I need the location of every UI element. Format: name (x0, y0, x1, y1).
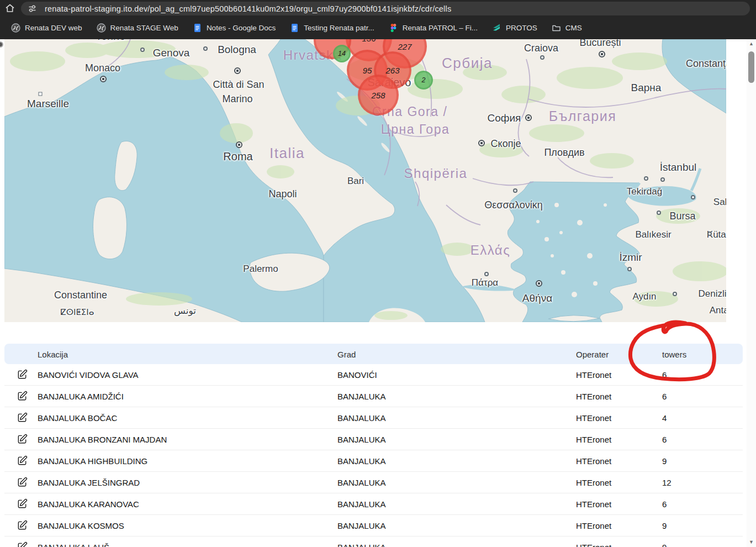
cell-grad: BANJALUKA (337, 478, 386, 487)
cell-lokacija: BANJALUKA BRONZANI MAJDAN (38, 435, 167, 444)
page: renata-patrol-staging.ito.dev/pol_ag_cml… (0, 0, 756, 547)
map-cluster-marker[interactable]: 2 (414, 71, 433, 90)
address-bar[interactable]: renata-patrol-staging.ito.dev/pol_ag_cml… (21, 2, 750, 15)
cell-towers: 6 (662, 370, 667, 380)
bookmark-cms[interactable]: CMS (552, 23, 582, 33)
cell-lokacija: BANJALUKA LAUŠ (38, 543, 109, 547)
bookmark-renata-stage-web[interactable]: Renata STAGE Web (97, 23, 178, 33)
globe-swirl-icon (97, 23, 106, 33)
cell-operater: HTEronet (576, 370, 611, 380)
folder-icon (552, 23, 561, 33)
bookmark-renata-patrol-figma[interactable]: Renata PATROL – Fi... (389, 23, 478, 33)
cell-operater: HTEronet (576, 413, 611, 423)
cell-lokacija: BANJALUKA KOSMOS (38, 521, 124, 530)
table-row: BANOVIĆI VIDOVA GLAVA BANOVIĆI HTEronet … (4, 364, 743, 386)
cell-lokacija: BANJALUKA KARANOVAC (38, 499, 139, 509)
bookmark-label: Renata STAGE Web (110, 24, 178, 32)
protos-flag-icon (492, 23, 501, 33)
cell-operater: HTEronet (576, 499, 611, 509)
cell-lokacija: BANOVIĆI VIDOVA GLAVA (38, 370, 139, 380)
cell-operater: HTEronet (576, 392, 611, 401)
cell-lokacija: BANJALUKA JELŠINGRAD (38, 478, 140, 487)
bookmark-label: Testing Renata patr... (304, 24, 374, 32)
cell-grad: BANJALUKA (337, 456, 386, 466)
cell-towers: 4 (662, 413, 667, 423)
table-row: BANJALUKA BRONZANI MAJDAN BANJALUKA HTEr… (4, 429, 743, 450)
cell-towers: 9 (662, 543, 667, 547)
bookmark-protos[interactable]: PROTOS (492, 23, 537, 33)
map-cluster-marker[interactable]: 258 (358, 75, 399, 115)
table-row: BANJALUKA KARANOVAC BANJALUKA HTEronet 6 (4, 493, 743, 515)
cell-grad: BANJALUKA (337, 392, 386, 401)
scrollbar-up-icon[interactable]: ▲ (747, 40, 756, 48)
table-header: Lokacija Grad Operater towers (4, 344, 743, 364)
cell-towers: 12 (662, 478, 672, 487)
edit-icon[interactable] (17, 412, 28, 423)
cell-towers: 6 (662, 435, 667, 444)
browser-chrome: renata-patrol-staging.ito.dev/pol_ag_cml… (0, 0, 756, 39)
cell-grad: BANJALUKA (337, 413, 386, 423)
bookmark-label: CMS (565, 24, 582, 32)
cell-grad: BANJALUKA (337, 543, 386, 547)
header-operater[interactable]: Operater (576, 349, 609, 359)
table-row: BANJALUKA AMIDŽIĆI BANJALUKA HTEronet 6 (4, 386, 743, 407)
bookmark-label: Renata DEV web (25, 24, 82, 32)
cell-operater: HTEronet (576, 521, 611, 530)
scrollbar-down-icon[interactable]: ▼ (747, 538, 756, 546)
bookmark-label: Renata PATROL – Fi... (403, 24, 478, 32)
edit-icon[interactable] (17, 541, 28, 547)
table-row: BANJALUKA HIGHBUILDING BANJALUKA HTErone… (4, 450, 743, 472)
cell-towers: 9 (662, 521, 667, 530)
table-row: BANJALUKA BOČAC BANJALUKA HTEronet 4 (4, 407, 743, 429)
edit-icon[interactable] (17, 455, 28, 466)
scrollbar-thumb[interactable] (748, 51, 754, 83)
url-text[interactable]: renata-patrol-staging.ito.dev/pol_ag_cml… (45, 4, 451, 13)
table-body: BANOVIĆI VIDOVA GLAVA BANOVIĆI HTEronet … (4, 364, 743, 547)
edit-icon[interactable] (17, 520, 28, 531)
cell-towers: 6 (662, 499, 667, 509)
cell-operater: HTEronet (576, 543, 611, 547)
cell-grad: BANJALUKA (337, 521, 386, 530)
cell-lokacija: BANJALUKA BOČAC (38, 413, 117, 423)
map[interactable]: HrvatskaСрбијаItaliaCrna Gora /Црна Гора… (4, 39, 726, 322)
cell-lokacija: BANJALUKA AMIDŽIĆI (38, 392, 124, 401)
cell-operater: HTEronet (576, 435, 611, 444)
edit-icon[interactable] (17, 498, 28, 509)
map-cluster-marker[interactable]: 14 (333, 45, 351, 62)
bookmark-notes-google-docs[interactable]: Notes - Google Docs (193, 23, 276, 33)
cell-grad: BANOVIĆI (337, 370, 377, 380)
header-towers[interactable]: towers (662, 349, 686, 359)
scrollbar[interactable]: ▲ ▼ (747, 39, 756, 547)
cell-towers: 9 (662, 456, 667, 466)
bookmark-testing-renata[interactable]: Testing Renata patr... (290, 23, 374, 33)
header-grad[interactable]: Grad (337, 349, 356, 359)
table-row: BANJALUKA LAUŠ BANJALUKA HTEronet 9 (4, 537, 743, 547)
site-settings-icon[interactable] (28, 4, 37, 13)
google-docs-icon (290, 23, 299, 33)
map-clusters-layer: 13614227952632258 (4, 39, 726, 322)
cell-operater: HTEronet (576, 478, 611, 487)
header-lokacija[interactable]: Lokacija (38, 349, 68, 359)
table-row: BANJALUKA JELŠINGRAD BANJALUKA HTEronet … (4, 472, 743, 493)
home-icon[interactable] (4, 3, 15, 14)
bookmarks-bar: Renata DEV web Renata STAGE Web Notes - … (0, 17, 756, 39)
cell-lokacija: BANJALUKA HIGHBUILDING (38, 456, 147, 466)
address-bar-row: renata-patrol-staging.ito.dev/pol_ag_cml… (0, 0, 756, 17)
globe-swirl-icon (11, 23, 20, 33)
google-docs-icon (193, 23, 202, 33)
cell-operater: HTEronet (576, 456, 611, 466)
cell-grad: BANJALUKA (337, 499, 386, 509)
edit-icon[interactable] (17, 369, 28, 380)
cell-grad: BANJALUKA (337, 435, 386, 444)
table-row: BANJALUKA KOSMOS BANJALUKA HTEronet 9 (4, 515, 743, 537)
clipped-favicon-icon (0, 41, 3, 48)
edit-icon[interactable] (17, 477, 28, 488)
edit-icon[interactable] (17, 434, 28, 445)
bookmark-label: Notes - Google Docs (207, 24, 276, 32)
bookmark-renata-dev-web[interactable]: Renata DEV web (11, 23, 82, 33)
bookmark-label: PROTOS (506, 24, 537, 32)
figma-icon (389, 23, 398, 33)
edit-icon[interactable] (17, 391, 28, 402)
cell-towers: 6 (662, 392, 667, 401)
